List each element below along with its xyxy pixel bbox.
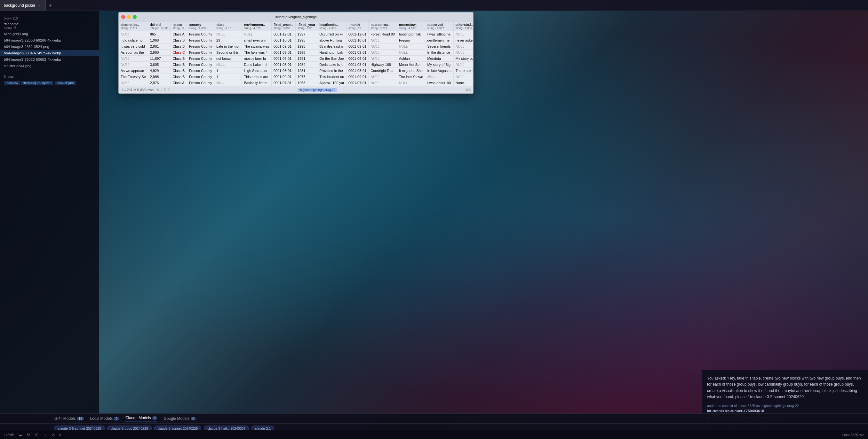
- table-cell: Doris Lake in th: [242, 62, 271, 68]
- table-cell: 0001-09-01: [271, 43, 295, 49]
- refresh-icon[interactable]: ↻: [156, 88, 159, 92]
- col-alsonotice[interactable]: alsonotice.. string · 2,714: [119, 22, 148, 31]
- sidebar-tag-sqlized[interactable]: :new-clojure-sqlized: [21, 81, 53, 85]
- sidebar-tag-clojure[interactable]: :new-clojure: [55, 81, 76, 85]
- download-icon[interactable]: ↓: [161, 88, 162, 92]
- table-cell: Forest Road 80: [369, 31, 397, 37]
- table-cell: 0001-06-01: [271, 56, 295, 62]
- table-cell: 0001-08-01: [346, 68, 368, 74]
- table-cell: NULL: [369, 37, 397, 43]
- col-nearesttown[interactable]: nearestow.. string · 4,997: [397, 22, 425, 31]
- window-close-button[interactable]: [121, 15, 125, 19]
- table-cell: above Hunting: [317, 37, 346, 43]
- block-refs: :block-8825 :bic: [840, 433, 864, 437]
- sidebar-item-b64-4[interactable]: b64-image3-75023-50602-4k.webp: [0, 56, 99, 63]
- table-cell: mostly farm la: [242, 56, 271, 62]
- col-nearestroad[interactable]: nearestroa.. string · 3,771: [369, 22, 397, 31]
- table-header: alsonotice.. string · 2,714 :bfroid inte…: [119, 22, 473, 31]
- table-row[interactable]: NULL11,897Class BFresno Countynot knownm…: [119, 56, 473, 62]
- tab-close-button[interactable]: ×: [37, 3, 41, 8]
- table-cell: Fresno County: [187, 31, 214, 37]
- table-cell: 0001-09-01: [346, 74, 368, 80]
- table-cell: The late Yanwe: [397, 74, 425, 80]
- table-row[interactable]: It was very cold2,981Class BFresno Count…: [119, 43, 473, 49]
- table-cell: 0001-09-01: [346, 43, 368, 49]
- table-cell: NULL: [119, 31, 148, 37]
- window-maximize-button[interactable]: [133, 15, 136, 19]
- table-cell: 2,981: [148, 43, 170, 49]
- sidebar-item-b64-3[interactable]: b64-image3-30849-74975-4k.webp: [0, 50, 99, 56]
- table-cell: 0001-08-01: [346, 62, 368, 68]
- table-cell: NULL: [119, 62, 148, 68]
- table-cell: 0001-12-01: [346, 31, 368, 37]
- tab-background-picker[interactable]: background picker ×: [0, 0, 46, 10]
- tab-local-models[interactable]: Local Models 0: [90, 416, 119, 421]
- table-cell: Late in the mor: [214, 43, 242, 49]
- table-cell: Approx. 100 yar: [317, 80, 346, 86]
- col-county[interactable]: :county string · 1,039: [187, 22, 214, 31]
- table-cell: It might be She: [397, 68, 425, 74]
- table-cell: 3,605: [148, 62, 170, 68]
- table-row[interactable]: As we approac4,929Class BFresno County1H…: [119, 68, 473, 74]
- footer-tag[interactable]: :bigfoot-sightings-drag-22: [298, 88, 337, 92]
- window-minimize-button[interactable]: [127, 15, 131, 19]
- table-cell: 1968: [295, 80, 317, 86]
- sidebar-tag-hare[interactable]: :hare-vw: [4, 81, 20, 85]
- table-row[interactable]: The Forestry Se2,998Class BFresno County…: [119, 74, 473, 80]
- table-cell: 0001-08-01: [271, 68, 295, 74]
- sidebar-item-b64-2[interactable]: b64-image3-2332-3524.png: [0, 43, 99, 50]
- table-cell: 65 miles east o: [317, 43, 346, 49]
- table-cell: High Sierra cor: [242, 68, 271, 74]
- sidebar-item-sinister[interactable]: sinisterlook4.png: [0, 63, 99, 69]
- col-observed[interactable]: :observed string · 4,997: [425, 22, 453, 31]
- status-icon-refresh[interactable]: ↻: [26, 432, 31, 437]
- grid-icon[interactable]: ⊞: [167, 88, 170, 92]
- status-icon-download[interactable]: ↓: [42, 432, 48, 437]
- table-cell: gentlemen, he: [425, 37, 453, 43]
- table-cell: 1984: [295, 62, 317, 68]
- table-cell: Several friends: [425, 43, 453, 49]
- col-fixedmonth[interactable]: fixed_mont.. string · 3,800: [271, 22, 295, 31]
- sidebar-item-b64-1[interactable]: b64-image3-22058-69286-4k.webp: [0, 37, 99, 43]
- table-cell: 29: [214, 37, 242, 43]
- table-cell: Fresno County: [187, 74, 214, 80]
- window-controls: [121, 15, 136, 19]
- table-cell: Doris Lake is lo: [317, 62, 346, 68]
- table-container[interactable]: alsonotice.. string · 2,714 :bfroid inte…: [119, 22, 473, 86]
- col-environment[interactable]: environmen.. string · 4,877: [242, 22, 271, 31]
- table-row[interactable]: I did notice no1,068Class BFresno County…: [119, 37, 473, 43]
- table-footer-left: 1 – 201 of 5,035 rows ↻ ↓ ⎘ ⊞: [121, 88, 170, 92]
- tab-google-models[interactable]: Google Models 0: [163, 416, 195, 421]
- col-class[interactable]: :class string · 3: [170, 22, 187, 31]
- tab-google-label: Google Models: [163, 416, 189, 421]
- status-icon-grid[interactable]: ⊞: [34, 432, 39, 437]
- status-icon-cloud[interactable]: ☁: [18, 432, 23, 437]
- chat-message-text: You asked: "Hey, take this table, create…: [707, 375, 863, 400]
- table-row[interactable]: As soon as the2,980Class CFresno CountyS…: [119, 49, 473, 56]
- tab-gpt-models[interactable]: GPT Models 18: [54, 416, 84, 421]
- table-cell: I was sitting he: [425, 31, 453, 37]
- table-cell: It was very cold: [119, 43, 148, 49]
- col-date[interactable]: :date string · 1,181: [214, 22, 242, 31]
- sidebar-item-alice[interactable]: alice-grid3.png: [0, 31, 99, 37]
- table-row[interactable]: NULL2,876Class AFresno CountyNULLBasical…: [119, 80, 473, 86]
- col-otherstories[interactable]: othersto.l.. string · 2,839: [453, 22, 473, 31]
- copy-icon[interactable]: ⎘: [164, 88, 166, 92]
- table-cell: Fresno County: [187, 68, 214, 74]
- col-locationde[interactable]: locationde.. string · 4,306: [317, 22, 346, 31]
- col-bfroid[interactable]: :bfroid integer · 5,036: [148, 22, 170, 31]
- tab-claude-models[interactable]: Claude Models 5: [125, 416, 157, 421]
- col-month[interactable]: :month string · 12: [346, 22, 368, 31]
- table-row[interactable]: NULL3,605Class BFresno CountyNULLDoris L…: [119, 62, 473, 68]
- table-cell: Class A: [170, 80, 187, 86]
- table-cell: 0001-10-01: [271, 37, 295, 43]
- table-cell: Fresno County: [187, 49, 214, 56]
- status-icon-close[interactable]: ✕: [51, 432, 56, 437]
- table-row[interactable]: NULL865Class AFresno CountyNULLNULL0001-…: [119, 31, 473, 37]
- table-cell: The swamp was: [242, 43, 271, 49]
- col-fixedyear[interactable]: :fixed_year string · 132: [295, 22, 317, 31]
- new-tab-button[interactable]: +: [46, 1, 55, 10]
- table-cell: Class A: [170, 31, 187, 37]
- sidebar-item-filename[interactable]: :filename string · 6: [0, 21, 99, 31]
- table-cell: Class C: [170, 49, 187, 56]
